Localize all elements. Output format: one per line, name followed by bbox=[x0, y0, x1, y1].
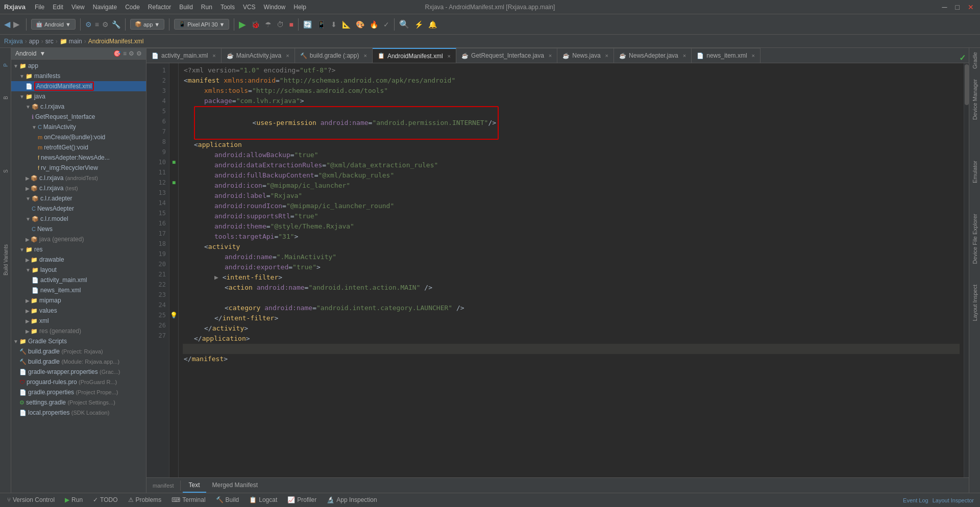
coverage-button[interactable]: ☂ bbox=[265, 20, 272, 29]
breadcrumb-main[interactable]: 📁main bbox=[60, 38, 82, 45]
project-dropdown-icon[interactable]: ▼ bbox=[39, 50, 45, 57]
tab-getrequest[interactable]: ☕ GetRequest_Interface.java × bbox=[456, 48, 557, 63]
tree-item-news-item-xml[interactable]: 📄 news_item.xml bbox=[11, 285, 146, 295]
tree-item-mainactivity[interactable]: ▼ C MainActivity bbox=[11, 122, 146, 132]
bottom-tab-logcat[interactable]: 📋 Logcat bbox=[244, 494, 282, 506]
tree-item-androidmanifest[interactable]: 📄 AndroidManifest.xml bbox=[11, 81, 146, 91]
sidebar-project-icon[interactable]: P bbox=[1, 50, 10, 81]
tree-item-oncreate[interactable]: m onCreate(Bundle):void bbox=[11, 132, 146, 142]
code-content[interactable]: <?xml version="1.0" encoding="utf-8"?> <… bbox=[179, 63, 964, 477]
tab-close-activity-main[interactable]: × bbox=[212, 53, 215, 59]
avd-icon[interactable]: 📱 bbox=[317, 20, 326, 29]
profile-button[interactable]: ⏱ bbox=[277, 20, 284, 29]
tab-close-news[interactable]: × bbox=[605, 53, 608, 59]
menu-edit[interactable]: Edit bbox=[50, 3, 66, 12]
bottom-tab-profiler[interactable]: 📈 Profiler bbox=[282, 494, 322, 506]
tab-merged-manifest[interactable]: Merged Manifest bbox=[206, 478, 264, 493]
tree-item-build-gradle-project[interactable]: 🔨 build.gradle (Project: Rxjava) bbox=[11, 346, 146, 357]
tree-item-clrxjava-androidtest[interactable]: ▶ 📦 c.l.rxjava (androidTest) bbox=[11, 173, 146, 183]
project-gear-icon[interactable]: ⚙ bbox=[136, 50, 142, 57]
sidebar-build-variants-icon[interactable]: Build Variants bbox=[1, 240, 10, 281]
tree-item-rvimg-field[interactable]: f rv_img:RecyclerView bbox=[11, 163, 146, 173]
menu-help[interactable]: Help bbox=[290, 3, 309, 12]
tree-item-activity-main-xml[interactable]: 📄 activity_main.xml bbox=[11, 275, 146, 285]
sidebar-device-file-label[interactable]: Device File Explorer bbox=[971, 212, 979, 266]
tree-item-build-gradle-app[interactable]: 🔨 build.gradle (Module: Rxjava.app...) bbox=[11, 357, 146, 367]
tree-item-clrxjava[interactable]: ▼ 📦 c.l.rxjava bbox=[11, 102, 146, 112]
project-settings-icon[interactable]: ⚙ bbox=[129, 50, 134, 57]
bottom-tab-version-control[interactable]: ⑂ Version Control bbox=[2, 494, 60, 506]
tab-newsadepter[interactable]: ☕ NewsAdepter.java × bbox=[614, 48, 692, 63]
tree-item-java-generated[interactable]: ▶ 📦 java (generated) bbox=[11, 234, 146, 244]
device-selector[interactable]: 📱 Pixel API 30 ▼ bbox=[174, 19, 229, 30]
tab-close-build-gradle[interactable]: × bbox=[363, 53, 366, 59]
menu-run[interactable]: Run bbox=[198, 3, 215, 12]
tree-item-retrofitget[interactable]: m retrofitGet():void bbox=[11, 142, 146, 153]
tools-icon[interactable]: 🔧 bbox=[112, 20, 120, 29]
tree-item-clrxjava-test[interactable]: ▶ 📦 c.l.rxjava (test) bbox=[11, 183, 146, 193]
menu-view[interactable]: View bbox=[68, 3, 88, 12]
vertical-scrollbar[interactable] bbox=[964, 63, 969, 477]
tree-item-newsadepter-field[interactable]: f newsAdepter:NewsAde... bbox=[11, 153, 146, 163]
menu-navigate[interactable]: Navigate bbox=[90, 3, 120, 12]
settings-icon[interactable]: ≡ bbox=[95, 20, 99, 29]
sync-icon[interactable]: ⚙ bbox=[85, 20, 92, 29]
maximize-button[interactable]: □ bbox=[953, 3, 962, 11]
minimize-button[interactable]: ─ bbox=[940, 3, 949, 11]
menu-vcs[interactable]: VCS bbox=[240, 3, 259, 12]
bottom-tab-app-inspection[interactable]: 🔬 App Inspection bbox=[322, 494, 382, 506]
stop-button[interactable]: ■ bbox=[289, 20, 293, 29]
todo-icon[interactable]: ✓ bbox=[383, 20, 389, 29]
close-button[interactable]: ✕ bbox=[966, 3, 976, 11]
layout-inspector-link[interactable]: Layout Inspector bbox=[933, 497, 974, 503]
menu-file[interactable]: File bbox=[32, 3, 47, 12]
sidebar-gradle-label[interactable]: Gradle bbox=[971, 50, 979, 71]
menu-tools[interactable]: Tools bbox=[217, 3, 238, 12]
menu-refactor[interactable]: Refactor bbox=[145, 3, 174, 12]
app-config-selector[interactable]: 📦 app ▼ bbox=[130, 19, 164, 30]
bottom-tab-terminal[interactable]: ⌨ Terminal bbox=[166, 494, 210, 506]
debug-button[interactable]: 🐞 bbox=[251, 20, 260, 29]
tree-item-gradle-scripts[interactable]: ▼ 📁 Gradle Scripts bbox=[11, 336, 146, 346]
sidebar-structure-icon[interactable]: S bbox=[1, 156, 10, 187]
tab-androidmanifest[interactable]: 📋 AndroidManifest.xml × bbox=[373, 48, 456, 63]
tree-item-settings-gradle[interactable]: ⚙ settings.gradle (Project Settings...) bbox=[11, 397, 146, 408]
tree-item-java[interactable]: ▼ 📁 java bbox=[11, 91, 146, 102]
tree-item-app[interactable]: ▼ 📁 app bbox=[11, 61, 146, 71]
breadcrumb-rxjava[interactable]: Rxjava bbox=[4, 38, 23, 45]
breadcrumb-manifest[interactable]: AndroidManifest.xml bbox=[88, 38, 144, 45]
sidebar-device-manager-label[interactable]: Device Manager bbox=[971, 77, 979, 122]
event-log-link[interactable]: Event Log bbox=[903, 497, 928, 503]
search-everywhere-button[interactable]: 🔍 bbox=[399, 19, 409, 29]
tree-item-clr-model[interactable]: ▼ 📦 c.l.r.model bbox=[11, 214, 146, 224]
tree-item-res[interactable]: ▼ 📁 res bbox=[11, 244, 146, 255]
config-icon[interactable]: ⚙ bbox=[102, 20, 109, 29]
power-save-icon[interactable]: ⚡ bbox=[414, 20, 423, 29]
layout-icon[interactable]: 📐 bbox=[342, 20, 351, 29]
tab-close-mainactivity[interactable]: × bbox=[286, 53, 289, 59]
run-button[interactable]: ▶ bbox=[239, 19, 246, 30]
tree-item-news-class[interactable]: C News bbox=[11, 224, 146, 234]
breadcrumb-src[interactable]: src bbox=[45, 38, 54, 45]
theme-icon[interactable]: 🎨 bbox=[356, 20, 364, 29]
forward-button[interactable]: ▶ bbox=[13, 19, 19, 29]
bottom-tab-todo[interactable]: ✓ TODO bbox=[88, 494, 122, 506]
tab-close-getrequest[interactable]: × bbox=[549, 53, 552, 59]
sync-project-icon[interactable]: 🔄 bbox=[303, 20, 312, 29]
tree-item-values[interactable]: ▶ 📁 values bbox=[11, 306, 146, 316]
tree-item-gradle-wrapper[interactable]: 📄 gradle-wrapper.properties (Grac...) bbox=[11, 367, 146, 377]
tab-news[interactable]: ☕ News.java × bbox=[557, 48, 614, 63]
tree-item-mipmap[interactable]: ▶ 📁 mipmap bbox=[11, 295, 146, 306]
bottom-tab-problems[interactable]: ⚠ Problems bbox=[123, 494, 167, 506]
tree-item-local-properties[interactable]: 📄 local.properties (SDK Location) bbox=[11, 408, 146, 418]
bottom-tab-build[interactable]: 🔨 Build bbox=[211, 494, 244, 506]
scope-icon[interactable]: 🎯 bbox=[113, 50, 121, 57]
tab-text[interactable]: Text bbox=[183, 478, 206, 493]
tab-close-news-item[interactable]: × bbox=[752, 53, 755, 59]
tree-item-drawable[interactable]: ▶ 📁 drawable bbox=[11, 255, 146, 265]
tab-mainactivity[interactable]: ☕ MainActivity.java × bbox=[222, 48, 295, 63]
tree-item-newsadepter-class[interactable]: C NewsAdepter bbox=[11, 204, 146, 214]
tree-item-clr-adepter[interactable]: ▼ 📦 c.l.r.adepter bbox=[11, 193, 146, 204]
breadcrumb-app[interactable]: app bbox=[29, 38, 39, 45]
tab-build-gradle[interactable]: 🔨 build.gradle (:app) × bbox=[295, 48, 373, 63]
